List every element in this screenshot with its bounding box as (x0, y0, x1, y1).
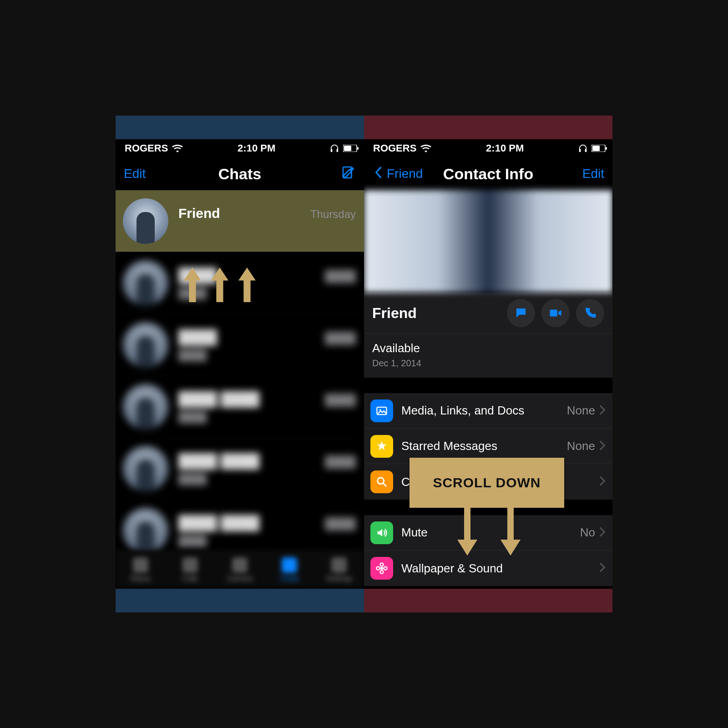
svg-rect-19 (550, 310, 557, 317)
right-panel-bg: ROGERS 2:10 PM (364, 116, 612, 612)
tab-calls[interactable]: Calls (165, 551, 215, 589)
contact-nav-bar: Friend Contact Info Edit (364, 157, 612, 190)
flower-icon (370, 557, 393, 580)
contact-header: Friend (364, 293, 612, 334)
status-date: Dec 1, 2014 (372, 358, 604, 369)
chevron-right-icon (599, 440, 606, 452)
svg-rect-7 (344, 146, 351, 151)
setting-label: Starred Messages (401, 439, 567, 453)
tab-settings[interactable]: Settings (314, 551, 364, 589)
chat-row-blurred: ████████████ (116, 252, 364, 314)
carrier-label: ROGERS (373, 142, 416, 154)
chat-preview (178, 226, 356, 237)
settings-group-sound: Mute No Wallpaper & Sound (364, 515, 612, 586)
svg-rect-14 (579, 149, 581, 152)
svg-point-23 (380, 567, 384, 570)
tutorial-composite: ROGERS 2:10 PM Edit (116, 116, 612, 612)
chat-row-blurred: ████████████ (116, 314, 364, 376)
svg-point-26 (376, 567, 379, 570)
chats-nav-bar: Edit Chats (116, 157, 364, 190)
svg-rect-18 (606, 147, 607, 150)
svg-rect-5 (337, 149, 339, 152)
speaker-icon (370, 521, 393, 544)
svg-point-27 (384, 567, 387, 570)
status-text: Available (372, 341, 604, 355)
clock-label: 2:10 PM (183, 142, 329, 154)
setting-value: None (567, 404, 595, 418)
setting-label: Wallpaper & Sound (401, 561, 595, 576)
left-panel-bg: ROGERS 2:10 PM Edit (116, 116, 364, 612)
compose-icon[interactable] (341, 165, 356, 183)
svg-rect-4 (331, 149, 333, 152)
wifi-icon (172, 144, 183, 152)
svg-rect-17 (592, 146, 600, 151)
chat-list[interactable]: Friend Thursday ████████████ ███████████… (116, 190, 364, 561)
setting-value: None (567, 439, 595, 453)
avatar (123, 198, 168, 244)
message-button[interactable] (507, 299, 535, 327)
tab-bar: Status Calls Camera Chats Settings (116, 551, 364, 589)
chats-screen: ROGERS 2:10 PM Edit (116, 139, 364, 589)
edit-button[interactable]: Edit (124, 167, 146, 181)
svg-rect-15 (585, 149, 587, 152)
battery-icon (592, 145, 607, 152)
carrier-label: ROGERS (125, 142, 168, 154)
setting-label: Media, Links, and Docs (401, 404, 567, 418)
video-call-button[interactable] (541, 299, 570, 327)
star-icon (370, 435, 393, 458)
chevron-left-icon (372, 167, 384, 182)
battery-icon (343, 145, 359, 152)
row-mute[interactable]: Mute No (364, 515, 612, 551)
wifi-icon (420, 144, 432, 152)
search-icon (370, 470, 393, 493)
chevron-right-icon (599, 405, 606, 417)
svg-point-24 (380, 563, 384, 566)
setting-label: Mute (401, 526, 580, 540)
back-label: Friend (387, 167, 423, 181)
photo-icon (370, 399, 393, 422)
contact-info-screen: ROGERS 2:10 PM (364, 139, 612, 589)
chevron-right-icon (599, 527, 606, 539)
setting-value: No (580, 526, 595, 540)
svg-point-25 (380, 571, 384, 574)
clock-label: 2:10 PM (432, 142, 578, 154)
chevron-right-icon (599, 476, 606, 488)
chat-row-friend[interactable]: Friend Thursday (116, 190, 364, 252)
status-bar: ROGERS 2:10 PM (116, 139, 364, 157)
tab-chats[interactable]: Chats (265, 551, 314, 589)
annotation-scroll-banner: SCROLL DOWN (410, 458, 564, 508)
back-button[interactable]: Friend (372, 167, 423, 182)
chat-row-blurred: ████ ████████████ (116, 438, 364, 500)
edit-button[interactable]: Edit (582, 167, 604, 181)
chat-date-label: Thursday (310, 208, 356, 221)
tab-camera[interactable]: Camera (215, 551, 264, 589)
svg-rect-8 (357, 147, 359, 150)
status-bar: ROGERS 2:10 PM (364, 139, 612, 157)
contact-status-row: Available Dec 1, 2014 (364, 334, 612, 378)
nav-title: Chats (116, 165, 364, 183)
chevron-right-icon (599, 562, 606, 574)
headphones-icon (578, 143, 588, 153)
contact-hero-photo (364, 190, 612, 293)
tab-status[interactable]: Status (116, 551, 165, 589)
voice-call-button[interactable] (576, 299, 604, 327)
contact-name-label: Friend (372, 305, 500, 322)
row-wallpaper-sound[interactable]: Wallpaper & Sound (364, 551, 612, 586)
row-media-links-docs[interactable]: Media, Links, and Docs None (364, 393, 612, 429)
chat-row-blurred: ████ ████████████ (116, 376, 364, 438)
chat-name-label: Friend (178, 206, 220, 221)
headphones-icon (329, 143, 339, 153)
